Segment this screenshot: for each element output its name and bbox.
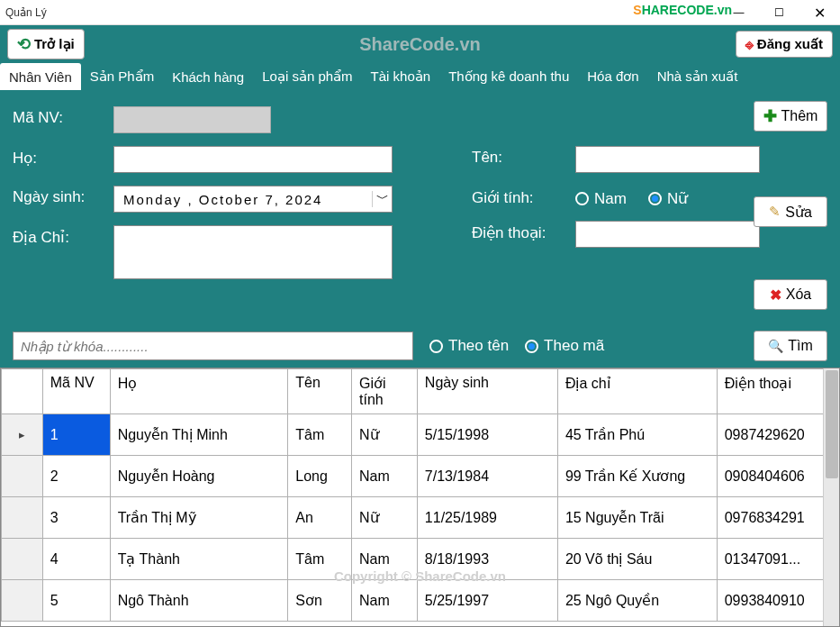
manv-input[interactable] [113,106,271,133]
cell-ns[interactable]: 11/25/1989 [417,497,557,539]
cell-dc[interactable]: 20 Võ thị Sáu [557,539,717,580]
chevron-down-icon[interactable]: ﹀ [372,191,392,207]
cell-gt[interactable]: Nữ [352,414,418,456]
cell-dc[interactable]: 15 Nguyễn Trãi [557,497,717,539]
row-indicator: ▸ [2,414,43,456]
minimize-button[interactable]: — [718,0,759,25]
radio-nu[interactable]: Nữ [648,189,688,208]
cell-ma[interactable]: 4 [42,539,110,580]
cell-ten[interactable]: An [288,497,352,539]
ten-input[interactable] [575,146,760,173]
cell-dc[interactable]: 45 Trần Phú [557,414,717,456]
cell-dt[interactable]: 0976834291 [717,497,838,539]
table-row[interactable]: 2Nguyễn HoàngLongNam7/13/198499 Trần Kế … [2,456,839,497]
tab-0[interactable]: Nhân Viên [0,63,81,90]
vertical-scrollbar[interactable] [823,368,839,626]
tab-6[interactable]: Hóa đơn [578,63,647,90]
label-ho: Họ: [13,146,113,168]
col-dc[interactable]: Địa chỉ [557,369,717,414]
dienthoai-input[interactable] [575,221,760,248]
row-header-col [2,369,43,414]
cell-ho[interactable]: Nguyễn Hoàng [110,456,288,497]
logout-label: Đăng xuất [757,36,823,52]
radio-dot-icon [648,192,662,205]
cell-ten[interactable]: Long [288,456,352,497]
label-ngaysinh: Ngày sinh: [13,186,113,206]
row-indicator [2,497,43,539]
scroll-thumb[interactable] [826,370,838,478]
tab-1[interactable]: Sản Phẩm [81,63,163,90]
label-gioitinh: Giới tính: [472,186,575,207]
label-manv: Mã NV: [13,106,113,127]
cell-ns[interactable]: 5/15/1998 [417,414,557,456]
tab-3[interactable]: Loại sản phẩm [253,63,361,90]
cell-dc[interactable]: 25 Ngô Quyền [557,580,717,622]
logout-button[interactable]: ⎆ Đăng xuất [736,31,833,58]
cell-ho[interactable]: Ngô Thành [110,580,288,622]
table-row[interactable]: ▸1Nguyễn Thị MinhTâmNữ5/15/199845 Trần P… [2,414,839,456]
row-indicator [2,580,43,622]
diachi-textarea[interactable] [113,225,393,279]
table-row[interactable]: 5Ngô ThànhSơnNam5/25/199725 Ngô Quyền099… [2,580,839,622]
cell-gt[interactable]: Nam [352,580,418,622]
col-ma[interactable]: Mã NV [42,369,110,414]
cell-gt[interactable]: Nam [352,539,418,580]
cell-ns[interactable]: 5/25/1997 [417,580,557,622]
back-label: Trở lại [34,36,75,52]
tab-5[interactable]: Thống kê doanh thu [439,63,578,90]
close-button[interactable]: ✕ [799,0,840,25]
col-ten[interactable]: Tên [288,369,352,414]
tim-button[interactable]: 🔍 Tìm [754,331,827,361]
pencil-icon: ✎ [769,204,781,220]
them-button[interactable]: ✚ Thêm [754,101,827,132]
page-title: ShareCode.vn [359,34,480,55]
cell-ten[interactable]: Tâm [288,414,352,456]
cell-ten[interactable]: Tâm [288,539,352,580]
cell-gt[interactable]: Nữ [352,497,418,539]
cell-ma[interactable]: 2 [42,456,110,497]
col-gt[interactable]: Giới tính [352,369,418,414]
form-panel: Mã NV: Họ: Ngày sinh: Monday , October 7… [0,90,840,324]
cell-dt[interactable]: 0993840910 [717,580,838,622]
xoa-button[interactable]: ✖ Xóa [754,279,827,310]
back-arrow-icon: ⟲ [17,34,31,54]
cell-dc[interactable]: 99 Trần Kế Xương [557,456,717,497]
cell-gt[interactable]: Nam [352,456,418,497]
tab-7[interactable]: Nhà sản xuất [648,63,747,90]
maximize-button[interactable]: ☐ [759,0,799,25]
col-ns[interactable]: Ngày sinh [417,369,557,414]
cell-ho[interactable]: Nguyễn Thị Minh [110,414,288,456]
cell-dt[interactable]: 0987429620 [717,414,838,456]
cell-ma[interactable]: 3 [42,497,110,539]
back-button[interactable]: ⟲ Trở lại [7,29,85,59]
x-icon: ✖ [770,286,781,304]
cell-ns[interactable]: 8/18/1993 [417,539,557,580]
cell-dt[interactable]: 0908404606 [717,456,838,497]
data-grid: Mã NV Họ Tên Giới tính Ngày sinh Địa chỉ… [0,368,840,627]
gender-radio-group: Nam Nữ [575,186,688,208]
ngaysinh-datepicker[interactable]: Monday , October 7, 2024 ﹀ [113,186,393,213]
date-value: Monday , October 7, 2024 [114,192,372,207]
cell-ns[interactable]: 7/13/1984 [417,456,557,497]
table-row[interactable]: 3Trần Thị MỹAnNữ11/25/198915 Nguyễn Trãi… [2,497,839,539]
ho-input[interactable] [113,146,393,173]
cell-dt[interactable]: 01347091... [717,539,838,580]
watermark-logo: SHARECODE.vn [633,3,732,17]
tab-2[interactable]: Khách hàng [163,63,253,90]
cell-ten[interactable]: Sơn [288,580,352,622]
search-bar: Theo tên Theo mã 🔍 Tìm [0,324,840,368]
tab-4[interactable]: Tài khoản [362,63,440,90]
col-dt[interactable]: Điện thoại [717,369,838,414]
cell-ma[interactable]: 5 [42,580,110,622]
col-ho[interactable]: Họ [110,369,288,414]
cell-ho[interactable]: Trần Thị Mỹ [110,497,288,539]
cell-ma[interactable]: 1 [42,414,110,456]
sua-button[interactable]: ✎ Sửa [754,196,827,227]
cell-ho[interactable]: Tạ Thành [110,539,288,580]
radio-nam[interactable]: Nam [575,190,627,208]
radio-theo-ten[interactable]: Theo tên [429,337,509,355]
table-row[interactable]: 4Tạ ThànhTâmNam8/18/199320 Võ thị Sáu013… [2,539,839,580]
radio-theo-ma[interactable]: Theo mã [525,337,604,355]
search-input[interactable] [13,332,413,360]
action-buttons: ✚ Thêm ✎ Sửa ✖ Xóa [754,101,827,310]
